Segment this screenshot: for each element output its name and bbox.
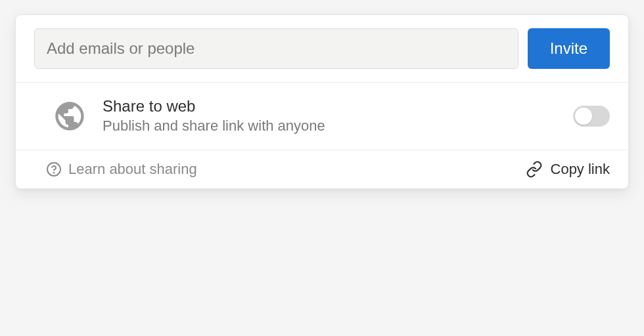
- invite-button[interactable]: Invite: [528, 28, 610, 69]
- invite-section: Invite: [16, 15, 628, 83]
- link-icon: [526, 161, 543, 178]
- share-to-web-toggle[interactable]: [573, 106, 610, 127]
- globe-icon: [53, 99, 87, 133]
- share-to-web-text: Share to web Publish and share link with…: [103, 96, 557, 136]
- copy-link-button[interactable]: Copy link: [526, 161, 610, 178]
- learn-label: Learn about sharing: [68, 161, 197, 178]
- copy-link-label: Copy link: [551, 161, 610, 178]
- email-input[interactable]: [34, 28, 518, 69]
- svg-point-1: [54, 172, 55, 173]
- share-dialog: Invite Share to web Publish and share li…: [15, 14, 629, 189]
- toggle-knob: [575, 108, 592, 125]
- learn-about-sharing-link[interactable]: Learn about sharing: [46, 161, 197, 178]
- share-to-web-subtitle: Publish and share link with anyone: [103, 116, 557, 136]
- footer-section: Learn about sharing Copy link: [16, 150, 628, 188]
- share-to-web-section: Share to web Publish and share link with…: [16, 83, 628, 150]
- share-to-web-title: Share to web: [103, 96, 557, 116]
- help-icon: [46, 161, 62, 177]
